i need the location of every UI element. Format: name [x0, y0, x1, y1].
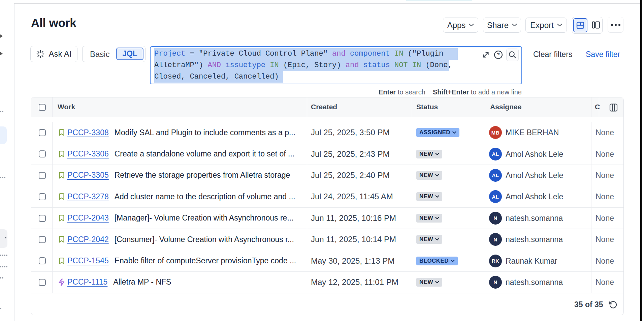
svg-text:?: ? — [497, 52, 500, 57]
